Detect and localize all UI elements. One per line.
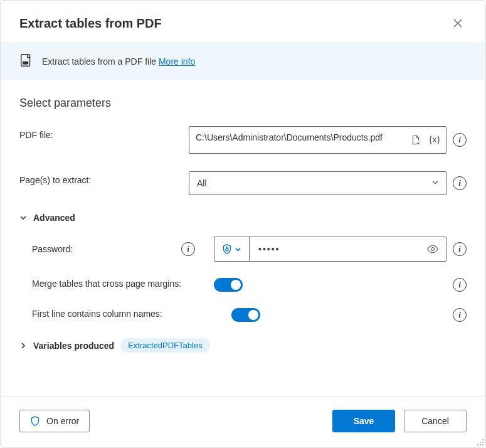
password-type-dropdown[interactable] — [214, 237, 250, 261]
svg-point-7 — [482, 442, 483, 443]
row-first-line: First line contains column names: i — [32, 308, 467, 322]
row-password: Password: i ••••• — [32, 237, 467, 262]
first-line-info[interactable]: i — [453, 308, 467, 322]
cancel-button[interactable]: Cancel — [404, 410, 467, 432]
svg-point-4 — [431, 248, 435, 251]
merge-info[interactable]: i — [453, 278, 467, 292]
password-info-left[interactable]: i — [181, 242, 195, 256]
chevron-down-icon — [431, 178, 440, 189]
svg-point-5 — [482, 439, 483, 440]
svg-rect-3 — [226, 248, 228, 251]
pages-info[interactable]: i — [453, 176, 467, 190]
advanced-section: Password: i ••••• — [19, 237, 467, 322]
section-title: Select parameters — [19, 97, 467, 110]
file-add-icon — [410, 134, 421, 146]
pages-label: Page(s) to extract: — [19, 171, 189, 185]
pdf-file-info[interactable]: i — [453, 133, 467, 147]
password-group: ••••• — [214, 237, 446, 262]
pdf-icon: PDF — [19, 53, 33, 69]
svg-point-9 — [480, 444, 481, 445]
close-button[interactable] — [449, 14, 467, 32]
svg-point-10 — [482, 444, 483, 445]
variables-title: Variables produced — [33, 341, 114, 351]
dialog-header: Extract tables from PDF — [1, 1, 485, 42]
row-pdf-file: PDF file: C:\Users\Administrator\Documen… — [19, 126, 467, 154]
close-icon — [453, 19, 462, 28]
chevron-down-icon — [19, 214, 27, 221]
footer-actions: Save Cancel — [332, 410, 467, 432]
pages-select[interactable]: All — [189, 171, 446, 195]
chevron-right-icon — [19, 342, 27, 349]
chevron-down-icon — [235, 246, 241, 253]
advanced-title: Advanced — [33, 213, 75, 223]
variable-icon — [428, 134, 441, 146]
variable-pill[interactable]: ExtractedPDFTables — [120, 338, 210, 353]
advanced-toggle[interactable]: Advanced — [19, 213, 467, 223]
variables-toggle[interactable]: Variables produced ExtractedPDFTables — [19, 338, 467, 353]
first-line-toggle[interactable] — [231, 308, 260, 322]
shield-lock-icon — [222, 243, 232, 255]
password-info[interactable]: i — [453, 242, 467, 256]
svg-text:PDF: PDF — [23, 62, 28, 65]
shield-icon — [30, 415, 40, 427]
svg-point-6 — [480, 442, 481, 443]
pdf-file-label: PDF file: — [19, 126, 189, 140]
password-label: Password: — [32, 244, 73, 254]
more-info-link[interactable]: More info — [159, 56, 195, 67]
password-input[interactable]: ••••• — [250, 237, 446, 261]
info-banner: PDF Extract tables from a PDF file More … — [1, 42, 485, 80]
pdf-file-input[interactable]: C:\Users\Administrator\Documents\Product… — [189, 126, 446, 154]
resize-grip[interactable] — [475, 437, 484, 446]
banner-text: Extract tables from a PDF file More info — [42, 56, 195, 67]
content: Select parameters PDF file: C:\Users\Adm… — [1, 80, 485, 397]
on-error-button[interactable]: On error — [19, 410, 90, 432]
file-picker-button[interactable] — [408, 132, 423, 147]
save-button[interactable]: Save — [332, 410, 395, 432]
footer: On error Save Cancel — [1, 397, 485, 447]
merge-label: Merge tables that cross page margins: — [32, 278, 214, 291]
row-merge: Merge tables that cross page margins: i — [32, 278, 467, 292]
reveal-password-button[interactable] — [426, 242, 440, 256]
dialog: Extract tables from PDF PDF Extract tabl… — [0, 0, 486, 448]
row-pages: Page(s) to extract: All i — [19, 171, 467, 195]
merge-toggle[interactable] — [214, 278, 243, 292]
svg-point-8 — [477, 444, 478, 445]
variables-button[interactable] — [427, 132, 442, 147]
eye-icon — [426, 245, 439, 253]
first-line-label: First line contains column names: — [32, 308, 214, 321]
dialog-title: Extract tables from PDF — [19, 16, 162, 31]
